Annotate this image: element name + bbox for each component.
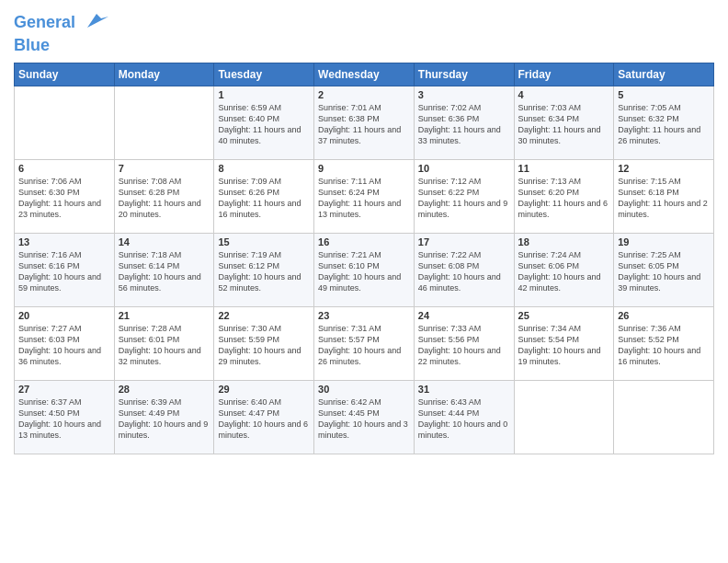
day-info: Sunrise: 7:33 AM Sunset: 5:56 PM Dayligh… xyxy=(418,323,510,368)
day-number: 23 xyxy=(318,310,410,321)
week-row-3: 20Sunrise: 7:27 AM Sunset: 6:03 PM Dayli… xyxy=(15,306,714,380)
calendar-cell: 14Sunrise: 7:18 AM Sunset: 6:14 PM Dayli… xyxy=(114,233,214,306)
day-info: Sunrise: 7:25 AM Sunset: 6:05 PM Dayligh… xyxy=(618,249,710,294)
day-info: Sunrise: 6:43 AM Sunset: 4:44 PM Dayligh… xyxy=(418,396,510,442)
calendar-cell: 30Sunrise: 6:42 AM Sunset: 4:45 PM Dayli… xyxy=(314,380,415,454)
day-info: Sunrise: 7:21 AM Sunset: 6:10 PM Dayligh… xyxy=(318,249,410,294)
calendar-cell: 8Sunrise: 7:09 AM Sunset: 6:26 PM Daylig… xyxy=(214,159,314,233)
day-number: 12 xyxy=(618,163,710,174)
day-number: 31 xyxy=(418,384,510,395)
day-number: 5 xyxy=(618,89,710,100)
day-number: 8 xyxy=(218,163,310,174)
day-info: Sunrise: 7:12 AM Sunset: 6:22 PM Dayligh… xyxy=(418,176,510,221)
day-number: 14 xyxy=(119,236,210,247)
day-info: Sunrise: 6:37 AM Sunset: 4:50 PM Dayligh… xyxy=(18,396,110,442)
day-number: 15 xyxy=(218,236,310,247)
calendar-cell: 21Sunrise: 7:28 AM Sunset: 6:01 PM Dayli… xyxy=(114,306,214,380)
day-number: 6 xyxy=(18,163,110,174)
day-info: Sunrise: 7:13 AM Sunset: 6:20 PM Dayligh… xyxy=(518,176,610,221)
logo-blue: Blue xyxy=(14,37,110,55)
calendar-cell xyxy=(114,86,214,159)
week-row-1: 6Sunrise: 7:06 AM Sunset: 6:30 PM Daylig… xyxy=(15,159,714,233)
calendar-cell: 4Sunrise: 7:03 AM Sunset: 6:34 PM Daylig… xyxy=(514,86,614,159)
day-header-thursday: Thursday xyxy=(414,63,514,86)
day-header-saturday: Saturday xyxy=(614,63,714,86)
calendar-cell: 15Sunrise: 7:19 AM Sunset: 6:12 PM Dayli… xyxy=(214,233,314,306)
logo-general: General xyxy=(14,13,75,31)
header: General Blue xyxy=(14,9,714,55)
day-info: Sunrise: 7:36 AM Sunset: 5:52 PM Dayligh… xyxy=(618,323,710,368)
calendar-cell: 19Sunrise: 7:25 AM Sunset: 6:05 PM Dayli… xyxy=(614,233,714,306)
calendar-cell: 18Sunrise: 7:24 AM Sunset: 6:06 PM Dayli… xyxy=(514,233,614,306)
day-info: Sunrise: 7:34 AM Sunset: 5:54 PM Dayligh… xyxy=(518,323,610,368)
calendar-cell xyxy=(614,380,714,454)
day-number: 18 xyxy=(518,236,610,247)
svg-marker-0 xyxy=(87,14,108,28)
day-info: Sunrise: 7:22 AM Sunset: 6:08 PM Dayligh… xyxy=(418,249,510,294)
day-number: 30 xyxy=(318,384,410,395)
week-row-4: 27Sunrise: 6:37 AM Sunset: 4:50 PM Dayli… xyxy=(15,380,714,454)
day-info: Sunrise: 7:18 AM Sunset: 6:14 PM Dayligh… xyxy=(119,249,210,294)
day-header-friday: Friday xyxy=(514,63,614,86)
day-info: Sunrise: 7:03 AM Sunset: 6:34 PM Dayligh… xyxy=(518,102,610,147)
day-header-monday: Monday xyxy=(114,63,214,86)
day-info: Sunrise: 7:06 AM Sunset: 6:30 PM Dayligh… xyxy=(18,176,110,221)
calendar-cell: 6Sunrise: 7:06 AM Sunset: 6:30 PM Daylig… xyxy=(15,159,115,233)
day-number: 24 xyxy=(418,310,510,321)
day-info: Sunrise: 7:01 AM Sunset: 6:38 PM Dayligh… xyxy=(318,102,410,147)
day-info: Sunrise: 7:31 AM Sunset: 5:57 PM Dayligh… xyxy=(318,323,410,368)
day-number: 20 xyxy=(18,310,110,321)
calendar-cell: 7Sunrise: 7:08 AM Sunset: 6:28 PM Daylig… xyxy=(114,159,214,233)
day-number: 4 xyxy=(518,89,610,100)
day-info: Sunrise: 7:05 AM Sunset: 6:32 PM Dayligh… xyxy=(618,102,710,147)
day-number: 26 xyxy=(618,310,710,321)
day-info: Sunrise: 7:19 AM Sunset: 6:12 PM Dayligh… xyxy=(218,249,310,294)
calendar-cell: 12Sunrise: 7:15 AM Sunset: 6:18 PM Dayli… xyxy=(614,159,714,233)
logo: General Blue xyxy=(14,9,110,55)
day-number: 19 xyxy=(618,236,710,247)
calendar-cell: 13Sunrise: 7:16 AM Sunset: 6:16 PM Dayli… xyxy=(15,233,115,306)
day-info: Sunrise: 7:30 AM Sunset: 5:59 PM Dayligh… xyxy=(218,323,310,368)
day-header-wednesday: Wednesday xyxy=(314,63,415,86)
day-info: Sunrise: 6:40 AM Sunset: 4:47 PM Dayligh… xyxy=(218,396,310,442)
day-number: 11 xyxy=(518,163,610,174)
day-number: 28 xyxy=(119,384,210,395)
day-info: Sunrise: 7:11 AM Sunset: 6:24 PM Dayligh… xyxy=(318,176,410,221)
day-number: 25 xyxy=(518,310,610,321)
calendar-cell: 28Sunrise: 6:39 AM Sunset: 4:49 PM Dayli… xyxy=(114,380,214,454)
logo-bird-icon xyxy=(83,9,110,37)
calendar-cell: 31Sunrise: 6:43 AM Sunset: 4:44 PM Dayli… xyxy=(414,380,514,454)
day-number: 7 xyxy=(119,163,210,174)
day-info: Sunrise: 7:27 AM Sunset: 6:03 PM Dayligh… xyxy=(18,323,110,368)
calendar-cell xyxy=(15,86,115,159)
calendar-cell: 16Sunrise: 7:21 AM Sunset: 6:10 PM Dayli… xyxy=(314,233,415,306)
calendar-cell: 29Sunrise: 6:40 AM Sunset: 4:47 PM Dayli… xyxy=(214,380,314,454)
day-info: Sunrise: 7:08 AM Sunset: 6:28 PM Dayligh… xyxy=(119,176,210,221)
day-number: 17 xyxy=(418,236,510,247)
day-number: 13 xyxy=(18,236,110,247)
calendar-cell: 11Sunrise: 7:13 AM Sunset: 6:20 PM Dayli… xyxy=(514,159,614,233)
week-row-2: 13Sunrise: 7:16 AM Sunset: 6:16 PM Dayli… xyxy=(15,233,714,306)
calendar-cell: 1Sunrise: 6:59 AM Sunset: 6:40 PM Daylig… xyxy=(214,86,314,159)
day-number: 3 xyxy=(418,89,510,100)
calendar-cell: 24Sunrise: 7:33 AM Sunset: 5:56 PM Dayli… xyxy=(414,306,514,380)
calendar-cell: 17Sunrise: 7:22 AM Sunset: 6:08 PM Dayli… xyxy=(414,233,514,306)
day-info: Sunrise: 7:15 AM Sunset: 6:18 PM Dayligh… xyxy=(618,176,710,221)
calendar-cell: 27Sunrise: 6:37 AM Sunset: 4:50 PM Dayli… xyxy=(15,380,115,454)
day-info: Sunrise: 6:59 AM Sunset: 6:40 PM Dayligh… xyxy=(218,102,310,147)
day-info: Sunrise: 7:02 AM Sunset: 6:36 PM Dayligh… xyxy=(418,102,510,147)
calendar-cell: 5Sunrise: 7:05 AM Sunset: 6:32 PM Daylig… xyxy=(614,86,714,159)
day-number: 22 xyxy=(218,310,310,321)
day-number: 16 xyxy=(318,236,410,247)
calendar-cell: 22Sunrise: 7:30 AM Sunset: 5:59 PM Dayli… xyxy=(214,306,314,380)
calendar-cell xyxy=(514,380,614,454)
calendar-cell: 3Sunrise: 7:02 AM Sunset: 6:36 PM Daylig… xyxy=(414,86,514,159)
calendar-cell: 2Sunrise: 7:01 AM Sunset: 6:38 PM Daylig… xyxy=(314,86,415,159)
day-info: Sunrise: 7:28 AM Sunset: 6:01 PM Dayligh… xyxy=(119,323,210,368)
calendar-cell: 9Sunrise: 7:11 AM Sunset: 6:24 PM Daylig… xyxy=(314,159,415,233)
page: General Blue SundayMondayTuesdayWednesda… xyxy=(0,0,728,563)
day-number: 29 xyxy=(218,384,310,395)
day-info: Sunrise: 6:39 AM Sunset: 4:49 PM Dayligh… xyxy=(119,396,210,442)
day-header-sunday: Sunday xyxy=(15,63,115,86)
day-number: 2 xyxy=(318,89,410,100)
